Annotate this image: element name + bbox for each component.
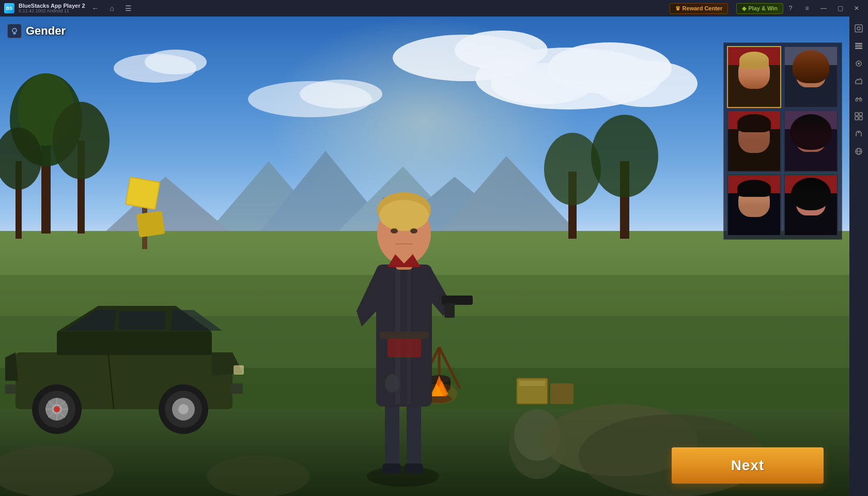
game-viewport: Gender	[0, 17, 849, 496]
svg-rect-2	[855, 43, 862, 44]
play-and-win-label: Play & Win	[748, 5, 778, 11]
titlebar-left: BS BlueStacks App Player 2 5.11.42.1002 …	[4, 2, 670, 14]
character-card-5[interactable]	[727, 174, 781, 236]
playnwin-icon: ◈	[742, 5, 746, 12]
character-select-panel	[723, 42, 842, 240]
next-button[interactable]: Next	[672, 447, 824, 484]
sidebar-icon-8[interactable]	[851, 144, 866, 159]
game-content: Gender	[0, 17, 849, 496]
svg-rect-4	[855, 48, 862, 49]
svg-point-8	[860, 99, 862, 101]
maximize-button[interactable]: ▢	[833, 3, 847, 14]
home-button[interactable]: ⌂	[106, 2, 118, 14]
reward-center-label: Reward Center	[683, 5, 723, 11]
close-button[interactable]: ✕	[849, 3, 864, 14]
svg-rect-10	[859, 113, 862, 116]
menu-button[interactable]: ≡	[800, 3, 814, 14]
titlebar-controls: ? ≡ — ▢ ✕	[783, 3, 864, 14]
svg-rect-11	[855, 117, 858, 120]
sidebar-icon-5[interactable]	[851, 91, 866, 106]
app-version: 5.11.42.1002 Android 11	[19, 9, 85, 14]
svg-point-6	[858, 63, 860, 65]
reward-icon: ♛	[675, 5, 680, 12]
svg-rect-3	[855, 45, 862, 47]
right-sidebar	[849, 17, 868, 496]
character-card-2[interactable]	[784, 46, 838, 108]
bluestacks-logo: BS	[4, 3, 14, 13]
sidebar-icon-2[interactable]	[851, 38, 866, 54]
bookmark-button[interactable]: ☰	[122, 2, 135, 14]
back-button[interactable]: ←	[89, 2, 102, 14]
svg-point-1	[857, 27, 860, 30]
character-card-4[interactable]	[784, 110, 838, 172]
reward-center-button[interactable]: ♛ Reward Center	[670, 3, 729, 14]
titlebar: BS BlueStacks App Player 2 5.11.42.1002 …	[0, 0, 868, 17]
sidebar-icon-7[interactable]	[851, 126, 866, 142]
character-card-1[interactable]	[727, 46, 781, 108]
titlebar-center: ♛ Reward Center ◈ Play & Win	[670, 3, 783, 14]
help-button[interactable]: ?	[783, 3, 798, 14]
sidebar-icon-1[interactable]	[851, 21, 866, 36]
sidebar-icon-4[interactable]	[851, 73, 866, 89]
minimize-button[interactable]: —	[816, 3, 831, 14]
svg-rect-0	[855, 25, 862, 32]
gender-label: Gender	[7, 24, 66, 38]
svg-rect-12	[859, 117, 862, 120]
play-and-win-button[interactable]: ◈ Play & Win	[736, 3, 783, 14]
character-card-6[interactable]	[784, 174, 838, 236]
svg-point-7	[856, 99, 858, 101]
svg-rect-9	[855, 113, 858, 116]
gender-title: Gender	[26, 24, 66, 38]
svg-point-128	[12, 28, 17, 33]
gender-icon	[7, 24, 22, 38]
sidebar-icon-3[interactable]	[851, 56, 866, 71]
character-card-3[interactable]	[727, 110, 781, 172]
svg-point-13	[858, 132, 860, 133]
sidebar-icon-6[interactable]	[851, 109, 866, 124]
